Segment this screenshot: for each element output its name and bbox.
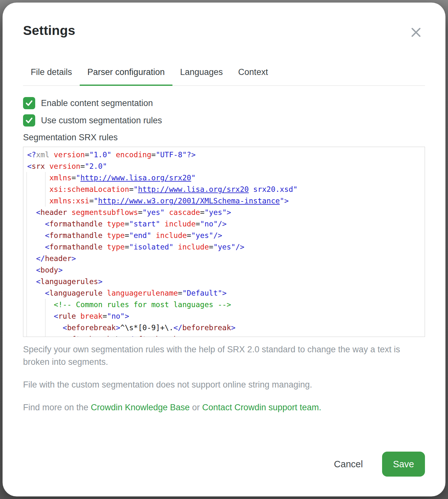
srx-code-editor[interactable]: <?xml version="1.0" encoding="UTF-8"?><s…	[23, 147, 425, 337]
checkbox-group: Enable content segmentation Use custom s…	[23, 96, 428, 127]
find-more-prefix: Find more on the	[23, 403, 91, 412]
help-text-online-managing: File with the custom segmentation does n…	[23, 379, 425, 391]
checkbox-row-custom-rules[interactable]: Use custom segmentation rules	[23, 113, 428, 127]
close-button[interactable]	[409, 26, 423, 40]
help-text-line: Specify your own segmentation rules with…	[23, 345, 400, 354]
srx-rules-label: Segmentation SRX rules	[23, 132, 428, 143]
checked-checkbox-icon[interactable]	[23, 114, 35, 127]
settings-dialog: Settings File details Parser configurati…	[3, 3, 445, 496]
find-more-suffix: .	[319, 403, 322, 412]
tab-file-details[interactable]: File details	[23, 67, 80, 85]
save-button[interactable]: Save	[382, 452, 425, 477]
close-icon	[410, 35, 422, 39]
tab-bar: File details Parser configuration Langua…	[23, 67, 425, 86]
help-text-srx: Specify your own segmentation rules with…	[23, 343, 425, 368]
checkbox-label: Enable content segmentation	[41, 98, 153, 109]
dialog-header: Settings	[20, 22, 428, 40]
knowledge-base-link[interactable]: Crowdin Knowledge Base	[91, 403, 190, 412]
dialog-footer: Cancel Save	[20, 452, 428, 477]
dialog-title: Settings	[20, 22, 75, 38]
checkbox-label: Use custom segmentation rules	[41, 115, 162, 126]
code-editor-content[interactable]: <?xml version="1.0" encoding="UTF-8"?><s…	[23, 147, 425, 337]
cancel-button[interactable]: Cancel	[333, 456, 364, 473]
help-text-find-more: Find more on the Crowdin Knowledge Base …	[23, 401, 425, 414]
contact-support-link[interactable]: Contact Crowdin support team	[202, 403, 319, 412]
checkbox-row-enable-segmentation[interactable]: Enable content segmentation	[23, 96, 428, 110]
find-more-middle: or	[190, 403, 202, 412]
tab-context[interactable]: Context	[230, 67, 276, 85]
tab-languages[interactable]: Languages	[172, 67, 231, 85]
checked-checkbox-icon[interactable]	[23, 97, 35, 109]
help-text-line: broken into segments.	[23, 357, 108, 367]
tab-parser-configuration[interactable]: Parser configuration	[80, 67, 172, 85]
